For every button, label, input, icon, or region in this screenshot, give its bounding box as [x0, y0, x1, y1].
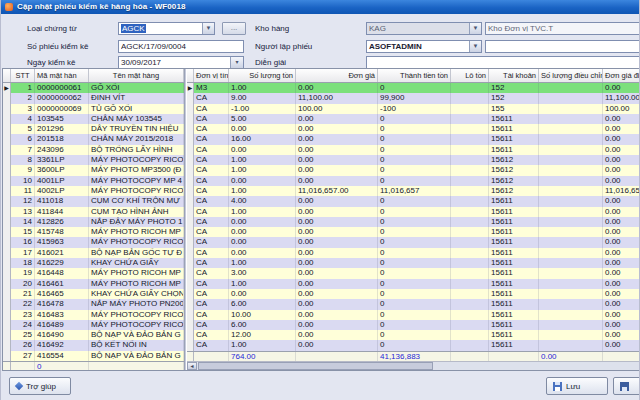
table-row[interactable]: CA0.000.000156110.00	[187, 289, 640, 299]
so-phieu-kiem-ke-input[interactable]	[118, 40, 244, 53]
table-row[interactable]: CA1.0011,016,657.0011,016,6571561211,016…	[187, 186, 640, 196]
table-row[interactable]: 20000000062ĐINH VÍT	[3, 93, 184, 103]
col-header-lo-ton[interactable]: Lô tồn	[451, 69, 489, 82]
table-row[interactable]: 16415963MÁY PHOTOCOPY RICO	[3, 237, 184, 247]
table-row[interactable]: CA0.000.000156110.00	[187, 217, 640, 227]
col-header-thanh-tien-ton[interactable]: Thành tiền tồn	[378, 69, 451, 82]
kho-hang-combobox[interactable]: KAG ▼	[366, 22, 482, 35]
cell-amount: 0	[378, 289, 451, 299]
col-header-ten-mat-hang[interactable]: Tên mặt hàng	[89, 69, 184, 82]
table-row[interactable]: 83361LPMÁY PHOTOCOPY RICO	[3, 155, 184, 165]
table-row[interactable]: CA4.000.000156110.00	[187, 196, 640, 206]
col-header-so-luong-dieu-chinh[interactable]: Số lượng điều chỉn	[539, 69, 603, 82]
col-header-tai-khoan[interactable]: Tài khoản	[489, 69, 539, 82]
cell-stt: 3	[11, 104, 35, 114]
table-row[interactable]: 25416490BỘ NẠP VÀ ĐẢO BẢN G	[3, 330, 184, 340]
table-row[interactable]: ▶10000000061GỖ XỐI	[3, 83, 184, 93]
table-row[interactable]: CA3.000.000156110.00	[187, 268, 640, 278]
floppy-icon	[620, 382, 629, 391]
table-row[interactable]: CA9.0011,100.0099,90015211,100.00	[187, 93, 640, 103]
table-row[interactable]: CA1.000.000156110.00	[187, 207, 640, 217]
table-row[interactable]: 24416489MÁY PHOTOCOPY RICO	[3, 320, 184, 330]
table-row[interactable]: CA16.000.000156110.00	[187, 134, 640, 144]
table-row[interactable]: 19416448MÁY PHOTO RICOH MP	[3, 268, 184, 278]
table-row[interactable]: 104001LPMÁY PHOTOCOPY MP 4	[3, 176, 184, 186]
table-row[interactable]: 7243096BỘ TRỐNG LẤY HÌNH	[3, 145, 184, 155]
extra-action-button[interactable]	[613, 377, 640, 395]
table-row[interactable]: CA5.000.000156110.00	[187, 114, 640, 124]
table-row[interactable]: 14412826NẮP ĐẬY MÁY PHOTO 1	[3, 217, 184, 227]
table-row[interactable]: 12411018CỤM CƠ KHÍ TRỘN MỰ	[3, 196, 184, 206]
chevron-down-icon[interactable]: ▼	[469, 41, 481, 52]
col-header-don-gia-dieu-chinh[interactable]: Đơn giá điều	[603, 69, 640, 82]
table-row[interactable]: 15415748MÁY PHOTO RICOH MP	[3, 227, 184, 237]
cell-name: MÁY PHOTOCOPY RICO	[89, 310, 184, 320]
cell-code: 4001LP	[35, 176, 89, 186]
loai-chung-tu-combobox[interactable]: AGCK ▼	[118, 22, 215, 35]
cell-account: 15612	[489, 186, 539, 196]
cell-stt: 9	[11, 165, 35, 175]
table-row[interactable]: 17416021BỘ NẠP BẢN GỐC TỰ Đ	[3, 248, 184, 258]
cell-unit: CA	[194, 196, 229, 206]
table-row[interactable]: 5201296DÂY TRUYỀN TIN HIỆU	[3, 124, 184, 134]
row-indicator	[187, 340, 194, 350]
scroll-left-arrow-icon[interactable]: ◄	[187, 362, 197, 370]
cell-adj-price: 0.00	[603, 310, 640, 320]
table-row[interactable]: CA10.000.000156110.00	[187, 310, 640, 320]
table-row[interactable]: CA0.000.000156120.00	[187, 176, 640, 186]
table-row[interactable]: ▶M31.000.0001520.00	[187, 83, 640, 93]
col-header-ma-mat-hang[interactable]: Mã mặt hàn	[35, 69, 89, 82]
table-row[interactable]: CA6.000.000156110.00	[187, 320, 640, 330]
table-row[interactable]: CA1.000.000156120.00	[187, 155, 640, 165]
table-row[interactable]: CA1.000.000156110.00	[187, 340, 640, 350]
table-row[interactable]: 26416492BỘ KẾT NỐI IN	[3, 340, 184, 350]
table-row[interactable]: CA6.000.000156110.00	[187, 299, 640, 309]
table-row[interactable]: 18416229KHAY CHỨA GIẤY	[3, 258, 184, 268]
table-row[interactable]: CA0.000.000156110.00	[187, 124, 640, 134]
row-indicator	[187, 186, 194, 196]
cell-lot	[451, 196, 489, 206]
table-row[interactable]: 27416554BỘ NẠP VÀ ĐẢO BẢN G	[3, 351, 184, 361]
table-row[interactable]: CA1.000.000156110.00	[187, 258, 640, 268]
table-row[interactable]: 23416483MÁY PHOTOCOPY RICO	[3, 310, 184, 320]
col-header-so-luong-ton[interactable]: Số lượng tồn	[229, 69, 296, 82]
browse-button[interactable]: ...	[222, 22, 246, 35]
cell-code: 243096	[35, 145, 89, 155]
table-row[interactable]: CA-1.00100.00-100155100.00	[187, 104, 640, 114]
table-row[interactable]: 20416461MÁY PHOTO RICOH MP	[3, 279, 184, 289]
table-row[interactable]: 30000000069TỦ GỖ XỐI	[3, 104, 184, 114]
horizontal-scrollbar[interactable]: ◄	[187, 361, 640, 370]
table-row[interactable]: 22416478NẮP MÁY PHOTO PN200	[3, 299, 184, 309]
save-button[interactable]: Lưu	[546, 377, 608, 395]
table-row[interactable]: 4103545CHÂN MÁY 103545	[3, 114, 184, 124]
chevron-down-icon[interactable]: ▼	[469, 23, 481, 34]
table-row[interactable]: CA12.000.000156110.00	[187, 330, 640, 340]
cell-adj-price: 0.00	[603, 176, 640, 186]
cell-price: 0.00	[296, 279, 378, 289]
table-row[interactable]: CA0.000.000156110.00	[187, 145, 640, 155]
table-row[interactable]: 13411844CỤM TẠO HÌNH ẢNH	[3, 207, 184, 217]
cell-lot	[451, 186, 489, 196]
col-header-don-vi-tinh[interactable]: Đơn vị tín	[194, 69, 229, 82]
table-row[interactable]: 93600LPMÁY PHOTO MP3500 (Đ	[3, 165, 184, 175]
table-row[interactable]: CA1.000.000156120.00	[187, 165, 640, 175]
scrollbar-thumb[interactable]	[198, 362, 433, 370]
table-row[interactable]: 114002LPMÁY PHOTOCOPY RICO	[3, 186, 184, 196]
calendar-dropdown-icon[interactable]: ▾	[230, 57, 243, 68]
table-row[interactable]: 21416465KHAY CHỨA GIẤY CHỌN	[3, 289, 184, 299]
cell-stt: 4	[11, 114, 35, 124]
titlebar[interactable]: Cập nhật phiếu kiểm kê hàng hóa - WF0018	[1, 0, 640, 14]
table-row[interactable]: 6201518CHÂN MÁY 2015/2018	[3, 134, 184, 144]
nguoi-lap-phieu-combobox[interactable]: ASOFTADMIN ▼	[366, 40, 482, 53]
footer-code-total: 0	[35, 362, 89, 370]
nguoi-lap-detail-field[interactable]	[485, 40, 640, 53]
chevron-down-icon[interactable]: ▼	[202, 23, 214, 34]
table-row[interactable]: CA0.000.000156110.00	[187, 227, 640, 237]
table-row[interactable]: CA0.000.000156110.00	[187, 248, 640, 258]
cell-price: 0.00	[296, 340, 378, 350]
table-row[interactable]: CA1.000.000156110.00	[187, 279, 640, 289]
table-row[interactable]: CA0.000.000156110.00	[187, 237, 640, 247]
col-header-stt[interactable]: STT	[11, 69, 35, 82]
help-button[interactable]: Trợ giúp	[9, 377, 71, 395]
col-header-don-gia[interactable]: Đơn giá	[296, 69, 378, 82]
